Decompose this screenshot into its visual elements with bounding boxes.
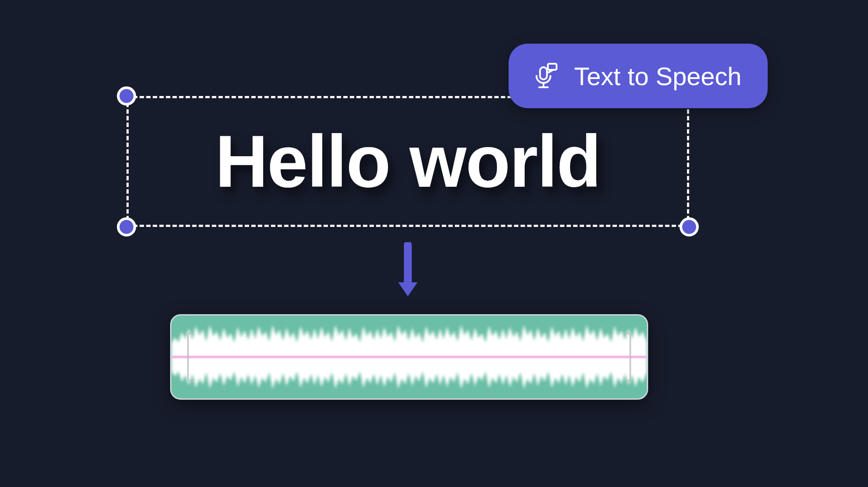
arrow-down-icon — [395, 242, 421, 299]
text-to-speech-label: Text to Speech — [574, 62, 742, 91]
resize-handle-bottom-right[interactable] — [680, 217, 699, 237]
clip-trim-handle-left[interactable] — [187, 332, 195, 382]
resize-handle-top-left[interactable] — [117, 86, 136, 106]
audio-waveform-clip[interactable] — [170, 314, 648, 400]
svg-rect-0 — [540, 67, 547, 79]
selection-box[interactable] — [126, 96, 689, 227]
text-to-speech-button[interactable]: Text to Speech — [509, 44, 768, 108]
microphone-chat-icon — [531, 62, 559, 90]
resize-handle-bottom-left[interactable] — [117, 217, 136, 237]
clip-trim-handle-right[interactable] — [623, 332, 631, 382]
diagram-canvas: Hello world Text to Speech — [0, 0, 868, 487]
waveform-midline — [171, 356, 647, 358]
svg-rect-3 — [548, 64, 557, 70]
